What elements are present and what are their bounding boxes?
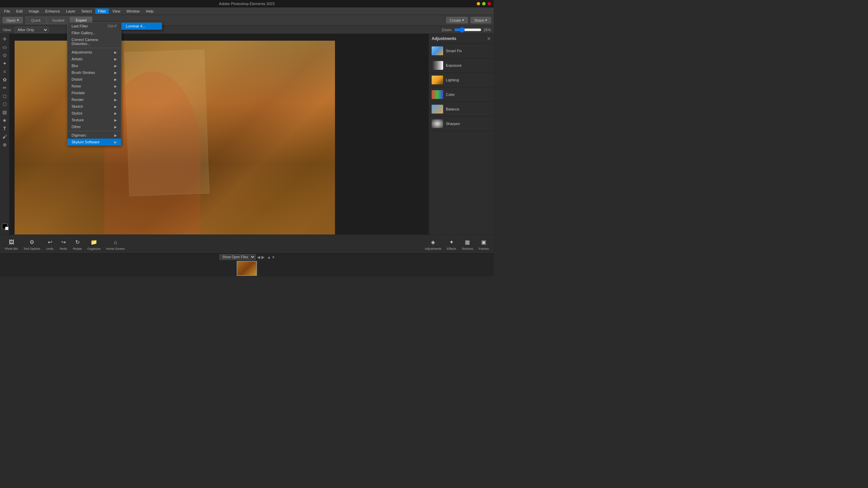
tool-custom-shape[interactable]: ★ [1,117,8,124]
skylum-submenu[interactable]: Luminar 4... [121,22,162,30]
menu-file[interactable]: File [1,8,13,14]
filmstrip-expand-icon[interactable]: ▲ [267,255,271,260]
frames-panel-icon: ▣ [480,238,488,246]
luminar4-item[interactable]: Luminar 4... [122,23,162,29]
view-select[interactable]: After Only Before Only Before & After [15,27,48,33]
photo-bin-button[interactable]: 🖼 Photo Bin [3,237,20,252]
effects-panel-icon: ✦ [448,238,456,246]
filter-texture-item[interactable]: Texture ▶ [67,117,121,123]
tool-paint[interactable]: 🖌 [1,133,8,140]
menu-filter[interactable]: Filter [95,8,109,14]
menu-edit[interactable]: Edit [14,8,25,14]
filter-adjustments-item[interactable]: Adjustments ▶ [67,49,121,56]
filter-sketch-item[interactable]: Sketch ▶ [67,103,121,110]
tab-quick[interactable]: Quick [25,17,46,24]
organizer-button[interactable]: 📁 Organizer [85,237,103,252]
filter-stylize-label: Stylize [72,111,82,115]
tool-zoom[interactable]: ⊕ [1,141,8,148]
adj-item-smartfix[interactable]: Smart Fix [429,44,494,58]
rotate-button[interactable]: ↻ Rotate [71,237,84,252]
undo-icon: ↩ [46,238,54,246]
minimize-icon[interactable] [477,2,480,5]
frames-panel-button[interactable]: ▣ Frames [476,237,491,252]
filter-noise-label: Noise [72,84,81,88]
filter-distort-label: Distort [72,77,82,81]
filter-dropdown[interactable]: Last Filter Ctrl+F Filter Gallery... Cor… [67,22,121,146]
redo-button[interactable]: ↪ Redo [57,237,70,252]
tool-crop[interactable]: ⌗ [1,68,8,75]
effects-panel-label: Effects [447,247,456,250]
adj-thumb-sharpen [432,119,443,128]
adj-item-lighting[interactable]: Lighting [429,73,494,87]
filmstrip-menu-icon[interactable]: ▾ [272,255,274,260]
correct-camera-item[interactable]: Correct Camera Distortion... [67,36,121,47]
filter-gallery-item[interactable]: Filter Gallery... [67,29,121,36]
filter-stylize-item[interactable]: Stylize ▶ [67,110,121,117]
home-screen-button[interactable]: ⌂ Home Screen [104,237,127,252]
tab-guided[interactable]: Guided [46,17,70,24]
tool-eraser[interactable]: ◻ [1,92,8,100]
filter-distort-item[interactable]: Distort ▶ [67,76,121,83]
undo-button[interactable]: ↩ Undo [44,237,56,252]
filter-other-item[interactable]: Other ▶ [67,123,121,130]
filter-digimarc-arrow: ▶ [114,134,117,137]
tool-magic-wand[interactable]: ✦ [1,60,8,67]
filter-artistic-item[interactable]: Artistic ▶ [67,56,121,62]
filter-noise-item[interactable]: Noise ▶ [67,83,121,89]
tool-lasso[interactable]: ⊙ [1,52,8,59]
filter-render-item[interactable]: Render ▶ [67,96,121,103]
tool-move[interactable]: ✛ [1,35,8,43]
last-filter-shortcut: Ctrl+F [108,24,117,28]
tool-gradient[interactable]: ▤ [1,108,8,116]
filter-digimarc-item[interactable]: Digimarc ▶ [67,132,121,139]
tool-paint-bucket[interactable]: ⬡ [1,100,8,108]
textures-panel-button[interactable]: ▦ Textures [459,237,475,252]
menu-view[interactable]: View [110,8,123,14]
filmstrip-prev-icon[interactable]: ◀ [257,255,260,260]
filter-blur-item[interactable]: Blur ▶ [67,62,121,69]
adjustments-panel-button[interactable]: ◈ Adjustments [423,237,444,252]
menu-help[interactable]: Help [143,8,156,14]
tool-text[interactable]: T [1,125,8,132]
menu-select[interactable]: Select [79,8,95,14]
filter-stylize-arrow: ▶ [114,111,117,115]
adjustments-header: Adjustments ✕ [429,34,494,44]
adj-label-smartfix: Smart Fix [446,49,462,53]
menu-enhance[interactable]: Enhance [42,8,62,14]
tool-foreground-color[interactable] [2,224,7,229]
undo-label: Undo [46,247,54,250]
home-screen-label: Home Screen [106,247,125,250]
share-label: Share [474,18,484,22]
show-open-files-select[interactable]: Show Open Files [219,254,256,260]
last-filter-item[interactable]: Last Filter Ctrl+F [67,23,121,29]
tool-spot-heal[interactable]: ✿ [1,76,8,83]
share-button[interactable]: Share ▾ [471,17,491,23]
menu-layer[interactable]: Layer [63,8,78,14]
adj-item-balance[interactable]: Balance [429,102,494,117]
zoom-row: Zoom: 25% [442,27,491,33]
zoom-slider[interactable] [454,27,481,33]
tool-marquee[interactable]: ▭ [1,43,8,51]
filter-brush-strokes-item[interactable]: Brush Strokes ▶ [67,69,121,76]
menu-image[interactable]: Image [26,8,42,14]
tool-options-button[interactable]: ⚙ Tool Options [21,237,42,252]
effects-panel-button[interactable]: ✦ Effects [445,237,458,252]
adj-item-color[interactable]: Color [429,87,494,102]
filter-skylum-label: Skylum Software [72,140,100,144]
filter-skylum-arrow: ▶ [114,140,117,144]
photo-bin-label: Photo Bin [5,247,18,250]
film-thumb-1[interactable] [237,261,257,276]
adj-item-sharpen[interactable]: Sharpen [429,117,494,131]
menu-window[interactable]: Window [124,8,142,14]
create-button[interactable]: Create ▾ [446,17,468,23]
filter-sketch-arrow: ▶ [114,105,117,108]
open-button[interactable]: Open ▾ [3,17,23,23]
filter-skylum-item[interactable]: Skylum Software ▶ [67,139,121,145]
close-icon[interactable] [488,2,491,5]
maximize-icon[interactable] [482,2,486,5]
panel-close-icon[interactable]: ✕ [487,36,491,41]
tool-brush[interactable]: ✏ [1,84,8,92]
filter-pixelate-item[interactable]: Pixelate ▶ [67,89,121,96]
adj-item-exposure[interactable]: Exposure [429,58,494,73]
filmstrip-next-icon[interactable]: ▶ [261,255,264,260]
